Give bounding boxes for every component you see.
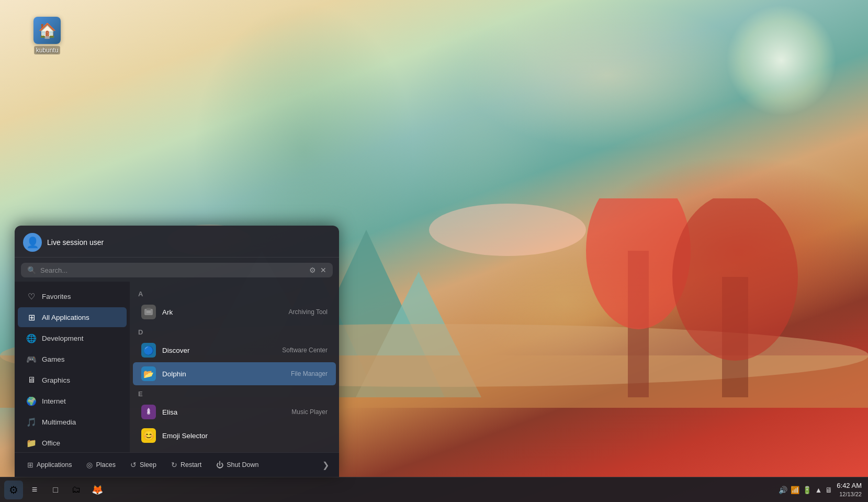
sidebar-item-label-internet: Internet (42, 397, 66, 405)
dolphin-desc: File Manager (291, 370, 328, 377)
search-input[interactable] (40, 266, 305, 274)
sidebar-item-multimedia[interactable]: 🎵 Multimedia (18, 412, 127, 432)
search-bar-area: 🔍 ⚙ ✕ (15, 258, 339, 282)
footer-sleep-label: Sleep (140, 461, 156, 468)
dolphin-name: Dolphin (162, 370, 186, 378)
sidebar-item-label-all: All Applications (42, 314, 89, 321)
clock[interactable]: 6:42 AM 12/13/22 (837, 482, 862, 498)
user-avatar: 👤 (23, 233, 42, 252)
app-menu: 👤 Live session user 🔍 ⚙ ✕ ♡ Favorites ⊞ … (15, 226, 339, 477)
dolphin-icon: 📂 (141, 366, 156, 381)
svg-point-15 (147, 411, 150, 415)
all-applications-icon: ⊞ (26, 312, 37, 322)
app-item-ark[interactable]: Ark Archiving Tool (133, 300, 336, 323)
taskbar-pager-button[interactable]: □ (46, 481, 65, 499)
ark-desc: Archiving Tool (289, 308, 328, 316)
elisa-icon (141, 405, 156, 419)
search-settings-icon[interactable]: ⚙ (309, 266, 316, 274)
tray-arrow-icon[interactable]: ▲ (815, 486, 822, 494)
sidebar-item-favorites[interactable]: ♡ Favorites (18, 286, 127, 306)
menu-header: 👤 Live session user (15, 226, 339, 258)
taskbar-task-manager-button[interactable]: ≡ (25, 481, 44, 499)
footer-sleep-button[interactable]: ↺ Sleep (124, 457, 163, 473)
elisa-desc: Music Player (291, 408, 328, 416)
desktop-icon-image: 🏠 (33, 17, 61, 44)
sidebar-item-label-favorites: Favorites (42, 293, 71, 300)
menu-body: ♡ Favorites ⊞ All Applications 🌐 Develop… (15, 282, 339, 452)
tray-volume-icon[interactable]: 🔊 (779, 486, 787, 494)
letter-d: D (130, 324, 339, 338)
tray-battery-icon[interactable]: 🔋 (803, 486, 811, 494)
discover-icon: 🔵 (141, 343, 156, 358)
sidebar-item-development[interactable]: 🌐 Development (18, 328, 127, 348)
sidebar-item-label-office: Office (42, 439, 60, 447)
search-close-icon[interactable]: ✕ (320, 266, 326, 274)
more-icon: ❯ (322, 460, 329, 470)
taskbar-left: ⚙ ≡ □ 🗂 🦊 (0, 481, 111, 499)
menu-footer: ⊞ Applications ◎ Places ↺ Sleep ↻ Restar… (15, 452, 339, 477)
multimedia-icon: 🎵 (26, 417, 37, 427)
discover-name: Discover (162, 347, 190, 354)
emoji-selector-name: Emoji Selector (162, 432, 208, 440)
footer-shutdown-button[interactable]: ⏻ Shut Down (210, 457, 265, 473)
letter-e: E (130, 386, 339, 400)
footer-more-button[interactable]: ❯ (318, 458, 333, 472)
ark-icon (141, 305, 156, 319)
footer-places-button[interactable]: ◎ Places (80, 457, 122, 473)
footer-restart-button[interactable]: ↻ Restart (165, 457, 208, 473)
footer-places-label: Places (96, 461, 116, 468)
app-item-emoji-selector[interactable]: 😊 Emoji Selector (133, 424, 336, 447)
sidebar-item-label-development: Development (42, 334, 84, 342)
svg-point-11 (672, 198, 798, 361)
desktop-icon-label: kubuntu (34, 46, 61, 54)
clock-time: 6:42 AM (837, 482, 862, 490)
sidebar-item-games[interactable]: 🎮 Games (18, 349, 127, 369)
sidebar-item-label-multimedia: Multimedia (42, 418, 76, 426)
menu-sidebar: ♡ Favorites ⊞ All Applications 🌐 Develop… (15, 282, 130, 452)
development-icon: 🌐 (26, 333, 37, 343)
sidebar-item-internet[interactable]: 🌍 Internet (18, 391, 127, 411)
places-icon: ◎ (86, 461, 93, 469)
sidebar-item-graphics[interactable]: 🖥 Graphics (18, 370, 127, 390)
letter-a: A (130, 286, 339, 300)
svg-rect-13 (146, 308, 151, 310)
desktop-icon-kubuntu[interactable]: 🏠 kubuntu (26, 17, 68, 54)
sidebar-item-label-games: Games (42, 355, 65, 363)
elisa-name: Elisa (162, 408, 177, 416)
app-item-dolphin[interactable]: 📂 Dolphin File Manager (133, 362, 336, 385)
system-tray: 🔊 📶 🔋 ▲ 🖥 (779, 486, 832, 494)
sidebar-item-all-applications[interactable]: ⊞ All Applications (18, 307, 127, 327)
restart-icon: ↻ (171, 461, 177, 469)
search-icon: 🔍 (27, 266, 36, 274)
app-item-elisa[interactable]: Elisa Music Player (133, 400, 336, 423)
taskbar-right: 🔊 📶 🔋 ▲ 🖥 6:42 AM 12/13/22 (772, 482, 868, 498)
shutdown-icon: ⏻ (216, 461, 223, 469)
app-item-discover[interactable]: 🔵 Discover Software Center (133, 339, 336, 362)
sidebar-item-label-graphics: Graphics (42, 376, 70, 384)
applications-icon: ⊞ (27, 461, 33, 469)
search-container: 🔍 ⚙ ✕ (21, 263, 333, 277)
footer-applications-label: Applications (37, 461, 72, 468)
footer-shutdown-label: Shut Down (227, 461, 258, 468)
taskbar-app-menu-button[interactable]: ⚙ (4, 481, 23, 499)
menu-apps: A Ark Archiving Tool D 🔵 Discover Softwa… (130, 282, 339, 452)
emoji-selector-icon: 😊 (141, 428, 156, 443)
taskbar-files-button[interactable]: 🗂 (67, 481, 86, 499)
clock-date: 12/13/22 (837, 490, 862, 498)
footer-applications-button[interactable]: ⊞ Applications (21, 457, 78, 473)
sleep-icon: ↺ (130, 461, 137, 469)
footer-restart-label: Restart (181, 461, 201, 468)
graphics-icon: 🖥 (26, 375, 37, 385)
office-icon: 📁 (26, 438, 37, 448)
svg-point-0 (429, 204, 586, 256)
sidebar-item-office[interactable]: 📁 Office (18, 433, 127, 452)
favorites-icon: ♡ (26, 291, 37, 302)
internet-icon: 🌍 (26, 396, 37, 406)
discover-desc: Software Center (282, 347, 328, 354)
taskbar: ⚙ ≡ □ 🗂 🦊 🔊 📶 🔋 ▲ 🖥 6:42 AM 12/13/22 (0, 477, 868, 502)
user-name: Live session user (47, 238, 104, 247)
tray-network-icon[interactable]: 📶 (791, 486, 799, 494)
taskbar-firefox-button[interactable]: 🦊 (88, 481, 107, 499)
tray-screen-icon[interactable]: 🖥 (825, 486, 832, 494)
ark-name: Ark (162, 308, 173, 316)
